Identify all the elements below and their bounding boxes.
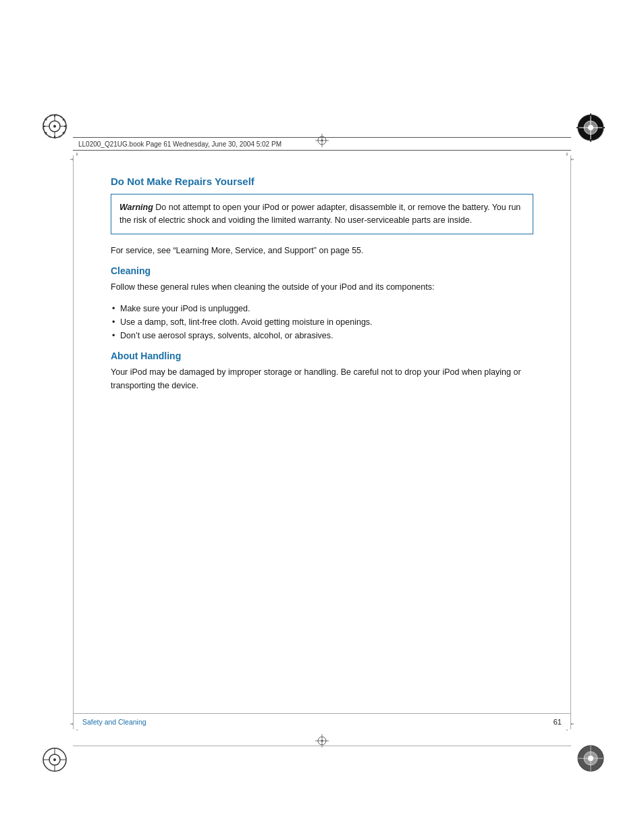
bullet-item: Make sure your iPod is unplugged. [111, 302, 533, 315]
svg-point-0 [43, 115, 66, 138]
svg-point-53 [318, 737, 326, 745]
svg-point-26 [49, 754, 60, 765]
mid-bottom-center-mark [315, 734, 329, 750]
svg-point-32 [578, 746, 603, 771]
bottom-border [73, 746, 571, 746]
corner-mark-br [576, 744, 605, 775]
cleaning-bullets: Make sure your iPod is unplugged. Use a … [111, 302, 533, 342]
svg-point-17 [584, 121, 597, 134]
svg-line-10 [63, 132, 64, 134]
page-header-bar: LL0200_Q21UG.book Page 61 Wednesday, Jun… [73, 137, 571, 151]
cleaning-heading: Cleaning [111, 265, 533, 276]
warning-box: Warning Do not attempt to open your iPod… [111, 194, 533, 234]
corner-mark-tl [42, 113, 68, 141]
corner-mark-tr [576, 113, 605, 144]
page-footer: Safety and Cleaning 61 [73, 713, 571, 729]
svg-point-1 [49, 121, 60, 132]
main-heading: Do Not Make Repairs Yourself [111, 176, 533, 187]
svg-point-25 [43, 748, 66, 771]
service-text: For service, see “Learning More, Service… [111, 244, 533, 257]
corner-mark-bl [42, 747, 68, 775]
footer-section-name: Safety and Cleaning [82, 718, 146, 726]
svg-point-27 [53, 758, 56, 761]
handling-text: Your iPod may be damaged by improper sto… [111, 365, 533, 392]
page-content: Do Not Make Repairs Yourself Warning Do … [73, 155, 571, 729]
svg-point-18 [588, 125, 593, 130]
header-text: LL0200_Q21UG.book Page 61 Wednesday, Jun… [73, 140, 281, 148]
handling-heading: About Handling [111, 350, 533, 361]
cleaning-intro: Follow these general rules when cleaning… [111, 280, 533, 294]
bullet-item: Don’t use aerosol sprays, solvents, alco… [111, 329, 533, 342]
svg-line-12 [45, 132, 47, 134]
svg-point-54 [321, 740, 323, 742]
warning-label: Warning [119, 203, 153, 212]
svg-point-16 [578, 115, 603, 140]
bullet-item: Use a damp, soft, lint-free cloth. Avoid… [111, 315, 533, 329]
svg-point-2 [53, 125, 56, 128]
svg-line-8 [63, 119, 64, 120]
svg-point-34 [588, 756, 593, 761]
footer-page-number: 61 [554, 718, 562, 726]
svg-point-15 [43, 115, 66, 138]
svg-line-14 [45, 119, 47, 120]
svg-point-33 [584, 752, 597, 765]
warning-text: Do not attempt to open your iPod or powe… [119, 203, 520, 225]
